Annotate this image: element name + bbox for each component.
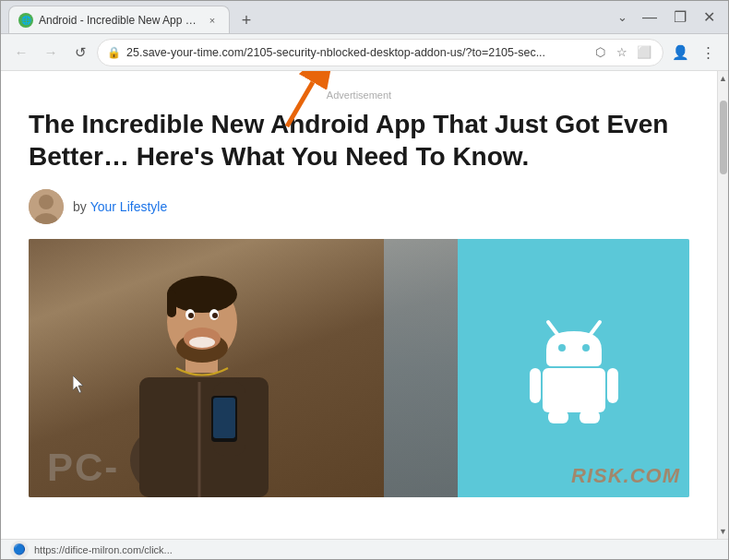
- author-text: by Your Lifestyle: [73, 199, 167, 214]
- minimize-button[interactable]: —: [637, 7, 663, 28]
- android-logo: [528, 313, 620, 423]
- tab-title: Android - Incredible New App - ...: [39, 14, 199, 27]
- watermark-text: RISK.COM: [571, 464, 680, 488]
- pc-watermark: PC-: [47, 446, 119, 490]
- tab-search-icon[interactable]: ⌄: [614, 8, 631, 26]
- nav-extra-buttons: 👤 ⋮: [667, 40, 721, 66]
- svg-rect-26: [543, 368, 605, 412]
- new-tab-button[interactable]: +: [233, 7, 259, 33]
- address-actions: ⬡ ☆ ⬜: [591, 43, 653, 62]
- profile-button[interactable]: 👤: [667, 40, 693, 66]
- svg-point-17: [212, 313, 218, 318]
- page-content: Advertisement The Incredible New Android…: [1, 71, 717, 539]
- svg-rect-30: [580, 411, 600, 423]
- restore-button[interactable]: ❐: [668, 6, 692, 28]
- article-image-right: [458, 239, 689, 497]
- tab-close-button[interactable]: ×: [205, 13, 220, 28]
- status-bar: 🔵 https://difice-milron.com/click...: [1, 539, 728, 559]
- author-avatar: [29, 189, 64, 224]
- menu-button[interactable]: ⋮: [695, 40, 721, 66]
- svg-rect-29: [548, 411, 568, 423]
- scroll-track[interactable]: [718, 86, 728, 524]
- svg-rect-27: [530, 368, 541, 403]
- lock-icon: 🔒: [107, 46, 121, 59]
- nav-bar: ← → ↺ 🔒 25.save-your-time.com/2105-secur…: [1, 34, 728, 71]
- browser-window: 🌐 Android - Incredible New App - ... × +…: [0, 0, 729, 560]
- scrollbar-thumb[interactable]: [720, 101, 727, 174]
- svg-point-16: [188, 313, 194, 318]
- scroll-down-button[interactable]: ▼: [718, 524, 728, 539]
- author-by-prefix: by: [73, 199, 87, 214]
- content-area: Advertisement The Incredible New Android…: [1, 71, 728, 539]
- svg-rect-10: [167, 290, 176, 317]
- url-text: 25.save-your-time.com/2105-security-nblo…: [126, 46, 585, 59]
- article-image: PC-: [29, 239, 689, 497]
- extension-icon[interactable]: ⬜: [635, 43, 653, 62]
- author-link[interactable]: Your Lifestyle: [90, 199, 168, 214]
- status-security-icon: 🔵: [10, 541, 29, 559]
- article-image-left: PC-: [29, 239, 458, 497]
- svg-rect-20: [213, 398, 235, 438]
- share-icon[interactable]: ⬡: [591, 43, 609, 62]
- status-url: https://difice-milron.com/click...: [34, 544, 173, 555]
- scroll-up-button[interactable]: ▲: [718, 71, 728, 86]
- svg-point-25: [582, 344, 590, 351]
- svg-rect-28: [607, 368, 618, 403]
- window-controls: ⌄ — ❐ ✕: [614, 6, 721, 28]
- back-button[interactable]: ←: [8, 40, 34, 66]
- bookmark-icon[interactable]: ☆: [613, 43, 631, 62]
- scrollbar[interactable]: ▲ ▼: [717, 71, 728, 539]
- svg-point-3: [39, 195, 54, 209]
- tab-favicon: 🌐: [18, 13, 33, 28]
- image-bg-people: [384, 239, 458, 497]
- svg-point-24: [558, 344, 566, 351]
- svg-rect-6: [139, 377, 269, 497]
- address-bar[interactable]: 🔒 25.save-your-time.com/2105-security-nb…: [97, 39, 663, 66]
- active-tab[interactable]: 🌐 Android - Incredible New App - ... ×: [8, 6, 230, 33]
- forward-button[interactable]: →: [38, 40, 64, 66]
- article-title: The Incredible New Android App That Just…: [29, 108, 689, 173]
- refresh-button[interactable]: ↺: [67, 40, 93, 66]
- svg-point-13: [189, 337, 215, 348]
- title-bar: 🌐 Android - Incredible New App - ... × +…: [1, 1, 728, 34]
- svg-point-9: [167, 276, 237, 313]
- author-line: by Your Lifestyle: [29, 189, 689, 224]
- advertisement-label: Advertisement: [29, 89, 689, 101]
- close-button[interactable]: ✕: [698, 6, 721, 28]
- tab-area: 🌐 Android - Incredible New App - ... × +: [8, 1, 606, 33]
